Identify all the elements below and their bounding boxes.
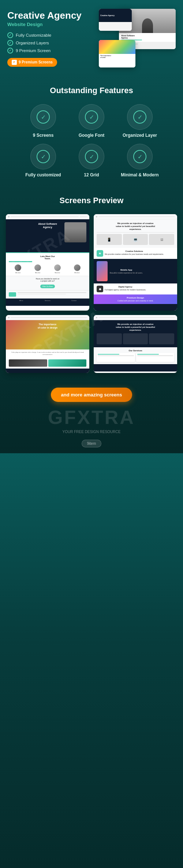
feature-card-custom: ✓ Fully customized: [22, 144, 64, 177]
organized-icon: ✓: [133, 110, 146, 124]
feature-item-2: Organized Layers: [7, 40, 93, 46]
screens-title: Screens Preview: [6, 196, 177, 205]
check-icon-1: [7, 32, 13, 38]
card-colorful: [99, 40, 135, 54]
service-cards: [97, 353, 174, 362]
feature-label-3: 9 Premium Screen: [16, 48, 51, 53]
feature-card-grid: ✓ 12 Grid: [70, 144, 113, 177]
member-name-4: Member: [74, 272, 80, 274]
avatar-4: [74, 264, 81, 271]
nav-dot: [8, 216, 10, 217]
device-3: 🖥: [149, 234, 174, 245]
card-line-2: [137, 355, 173, 356]
feature-icon-circle-3: ✓: [127, 104, 153, 130]
team-member-1: Member: [9, 264, 27, 274]
person-image: [64, 222, 86, 242]
feature-card-organized: ✓ Organized Layer: [119, 104, 161, 138]
screen-card-1: About SoftwareAgency Lets Meet OurTeam. …: [6, 214, 89, 311]
feature-icon-circle-4: ✓: [30, 144, 56, 169]
header-title: Creative Agency: [7, 10, 93, 21]
screen2-feature-row-2: ◆ Digital Agency Full digital agency ser…: [94, 283, 177, 294]
footer-col-2: Services: [35, 300, 60, 301]
nav-dot-3: [8, 317, 10, 318]
feature-label-font: Google Font: [79, 133, 105, 138]
header-subtitle: Website Design: [7, 22, 93, 27]
screens-section: Screens Preview GFXTRA GFXTRA GFXTRA GFX…: [0, 185, 183, 380]
s4-device-2: [123, 333, 148, 344]
feature-label-1: Fully Customizable: [16, 33, 51, 37]
member-name-3: Member: [55, 272, 60, 274]
member-name-1: Member: [15, 272, 21, 274]
preview-card-sub: The importanceof color: [99, 40, 135, 67]
article-image-2: [48, 359, 87, 367]
screen-nav-4: [94, 315, 177, 320]
service-card-1: [97, 353, 135, 362]
minimal-icon: ✓: [133, 150, 146, 163]
screen1-hero-image: [64, 222, 86, 242]
nav-line-2: [80, 216, 87, 217]
screen1-features-row: [6, 290, 89, 299]
gfxtra-tagline: YOUR FREE DESIGN RESOURCE: [63, 430, 121, 434]
phone-section-text: Mobile App Beautiful mobile experience f…: [110, 269, 143, 274]
divider-line: [97, 232, 174, 232]
screen2-hero: We provide an injection of creativevalue…: [94, 219, 177, 248]
screen4-section: Our Services: [94, 347, 177, 364]
figma-icon: F: [12, 60, 17, 65]
premium-badge-button[interactable]: F 9 Premium Screens: [7, 58, 57, 67]
screen4-section-title: Our Services: [97, 349, 174, 352]
team-member-3: Member: [48, 264, 67, 274]
screen4-footer: [94, 364, 177, 371]
hire-us-button[interactable]: Hire Us Now: [40, 285, 55, 288]
avatar-1: [15, 264, 21, 271]
badge-label: 9 Premium Screens: [19, 60, 53, 64]
feature-label-grid: 12 Grid: [84, 172, 99, 177]
footer-col-1: Menu: [9, 300, 34, 301]
teal-underline: [9, 261, 32, 262]
feature-card-minimal: ✓ Minimal & Modern: [119, 144, 161, 177]
feature-item-1: Fully Customizable: [7, 32, 93, 38]
outstanding-section: Outstanding Features ✓ 9 Screens ✓ Googl…: [0, 75, 183, 185]
avatar-2: [34, 264, 41, 271]
screen3-title: The importanceof color in design: [9, 323, 86, 329]
screen-nav-3: [6, 315, 89, 320]
header-section: Creative Agency Website Design Fully Cus…: [0, 0, 183, 75]
s4-device-3: [149, 333, 174, 344]
screens-icon: ✓: [37, 110, 50, 124]
screen2-footer: [94, 304, 177, 311]
features-grid: ✓ 9 Screens ✓ Google Font ✓ Organized La…: [22, 104, 161, 177]
feature-icon-box-1: ★: [97, 250, 103, 257]
screen2-hero-text: We provide an injection of creativevalue…: [97, 222, 174, 231]
amazing-screens-button[interactable]: and more amazing screens: [51, 388, 132, 402]
avatar-3: [54, 264, 61, 271]
person-silhouette: [142, 18, 153, 33]
device-1: 📱: [97, 234, 122, 245]
feature-label-organized: Organized Layer: [123, 133, 157, 138]
screen2-phone-section: Mobile App Beautiful mobile experience f…: [94, 259, 177, 283]
screen3-footer: [6, 369, 89, 373]
screen1-team-section: Lets Meet OurTeam. Member Member: [6, 253, 89, 276]
check-icon-2: [7, 40, 13, 46]
screen1-footer: Menu Services Contact: [6, 299, 89, 306]
nav-line: [11, 216, 79, 217]
screen4-hero: We provide an injection of creativevalue…: [94, 320, 177, 347]
nav-dot-2: [96, 216, 97, 217]
feature-badge-1: [9, 292, 16, 297]
phone-mockup: [97, 261, 108, 281]
footer-col-3: Contact: [61, 300, 86, 301]
grid-icon: ✓: [85, 150, 98, 163]
screen-card-2: We provide an injection of creativevalue…: [94, 214, 177, 311]
member-name-2: Member: [35, 272, 41, 274]
screen1-team-title: Lets Meet OurTeam.: [9, 255, 86, 260]
feature-label-screens: 9 Screens: [33, 133, 54, 138]
service-card-2: [136, 353, 175, 362]
custom-icon: ✓: [37, 150, 50, 163]
feature-icon-circle-2: ✓: [79, 104, 104, 130]
header-preview: About SoftwareAgency Creative design sol…: [99, 9, 176, 67]
gfxtra-logo: GFXTRA: [48, 406, 135, 428]
article-image-1: [9, 359, 47, 367]
s4-device-1: [97, 333, 122, 344]
nav-dot-4: [96, 317, 97, 318]
feature-card-font: ✓ Google Font: [70, 104, 113, 138]
nav-line-4: [11, 317, 87, 318]
header-features: Fully Customizable Organized Layers 9 Pr…: [7, 32, 93, 54]
